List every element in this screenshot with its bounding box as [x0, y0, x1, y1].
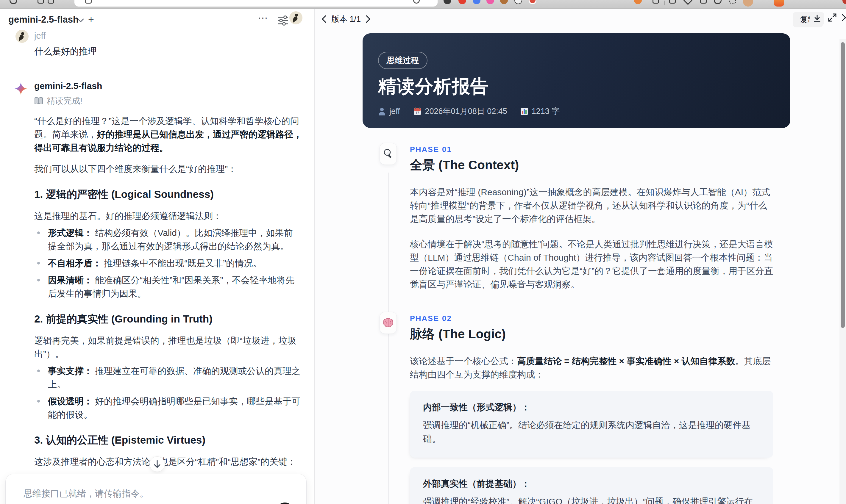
- close-panel-button[interactable]: [841, 13, 846, 23]
- profile-avatar[interactable]: [743, 0, 753, 6]
- chevron-left-icon[interactable]: [321, 15, 327, 23]
- status-text: 精读完成!: [47, 95, 83, 107]
- phase-kicker: PHASE 02: [410, 314, 846, 323]
- edge-icon: [842, 0, 846, 4]
- phase-lead-bold: 高质量结论 = 结构完整性 × 事实准确性 × 认知自律系数: [517, 356, 735, 366]
- apps-grid-icon[interactable]: [37, 0, 44, 4]
- bullet-term: 假设透明：: [48, 396, 95, 406]
- section-intro: 这涉及推理者的心态和方法论，也是区分“杠精”和“思想家”的关键：: [34, 455, 304, 468]
- browser-toolbar: [0, 0, 846, 9]
- calendar-icon: 17: [413, 107, 422, 115]
- section-heading: 1. 逻辑的严密性 (Logical Soundness): [34, 187, 304, 201]
- hero-badge: 思维过程: [378, 52, 427, 69]
- expand-icon: [827, 13, 838, 23]
- report-hero-card: 思维过程 精读分析报告 jeff 17 2026年01月08日 02:45 12…: [363, 33, 790, 128]
- version-label: 版本 1/1: [331, 14, 361, 24]
- window-icon[interactable]: [700, 0, 707, 4]
- address-bar[interactable]: [74, 0, 438, 6]
- chevron-right-icon[interactable]: [366, 15, 371, 23]
- chat-panel: gemini-2.5-flash + ⋯ jeff 什么是好的推理: [0, 9, 314, 504]
- section-intro: 这是推理的基石。好的推理必须遵循逻辑法则：: [34, 209, 304, 222]
- extension-icon[interactable]: [473, 0, 480, 4]
- new-chat-button[interactable]: +: [88, 14, 94, 25]
- bar-chart-icon: [520, 107, 528, 115]
- bullet-term: 因果清晰：: [48, 275, 95, 285]
- play-icon[interactable]: [683, 0, 692, 5]
- download-icon: [813, 15, 821, 23]
- bullet-term: 形式逻辑：: [48, 228, 95, 238]
- author-meta: jeff: [378, 107, 400, 116]
- bullet-item: 形式逻辑： 结构必须有效（Valid）。比如演绎推理中，如果前提全部为真，那么通…: [34, 226, 301, 253]
- bullet-item: 事实支撑： 推理建立在可靠的数据、准确的观测或公认的真理之上。: [34, 364, 301, 391]
- chat-header: gemini-2.5-flash + ⋯: [0, 9, 314, 29]
- apps-grid-icon[interactable]: [48, 0, 54, 4]
- logic-card-body: 强调推理的“机械正确”。结论必须在给定的规则系统内逻辑自洽，这是推理的硬件基础。: [423, 418, 760, 446]
- magnifier-icon: [380, 143, 397, 165]
- logic-card: 内部一致性（形式逻辑）：强调推理的“机械正确”。结论必须在给定的规则系统内逻辑自…: [410, 391, 773, 457]
- user-avatar: [16, 30, 29, 43]
- phase-title: 脉络 (The Logic): [410, 326, 846, 342]
- bullet-term: 不自相矛盾：: [48, 258, 104, 268]
- phase-1: PHASE 01全景 (The Context)本内容是对“推理 (Reason…: [410, 145, 846, 291]
- scroll-to-bottom-button[interactable]: [149, 456, 165, 472]
- app-window: gemini-2.5-flash + ⋯ jeff 什么是好的推理: [0, 0, 846, 504]
- close-icon: [841, 13, 846, 22]
- extension-icon[interactable]: [458, 0, 466, 4]
- composer-placeholder[interactable]: 思维接口已就绪，请传输指令。: [23, 488, 148, 500]
- assistant-name: gemini-2.5-flash: [34, 81, 298, 91]
- bullet-list: 形式逻辑： 结构必须有效（Valid）。比如演绎推理中，如果前提全部为真，那么通…: [34, 226, 301, 300]
- more-options-button[interactable]: ⋯: [258, 12, 269, 24]
- extension-icon[interactable]: [500, 0, 508, 4]
- message-composer[interactable]: 思维接口已就绪，请传输指令。: [5, 474, 306, 504]
- split-view-icon[interactable]: [669, 0, 676, 4]
- bullet-item: 不自相矛盾： 推理链条中不能出现“既是又非”的情况。: [34, 256, 301, 270]
- report-title: 精读分析报告: [378, 74, 489, 99]
- section-heading: 3. 认知的公正性 (Epistemic Virtues): [34, 433, 304, 447]
- reload-icon[interactable]: [10, 0, 17, 4]
- voice-input-button[interactable]: [276, 503, 294, 504]
- svg-text:17: 17: [415, 111, 419, 114]
- extension-icon[interactable]: [514, 0, 522, 4]
- artifact-document[interactable]: 思维过程 精读分析报告 jeff 17 2026年01月08日 02:45 12…: [315, 29, 846, 504]
- extension-icon[interactable]: [443, 0, 451, 4]
- logic-card-title: 外部真实性（前提基础）：: [423, 478, 760, 490]
- arrow-down-icon: [153, 460, 161, 468]
- section-intro: 逻辑再完美，如果前提是错误的，推理也是垃圾（即“垃圾进，垃圾出”）。: [34, 334, 304, 361]
- phase-paragraph: 核心情境在于解决“思考的随意性”问题。不论是人类通过批判性思维进行决策，还是大语…: [410, 237, 775, 291]
- assistant-message: gemini-2.5-flash 精读完成! “什么是好的推理？”这是一个涉及逻…: [0, 81, 314, 504]
- phase-paragraph: 本内容是对“推理 (Reasoning)”这一抽象概念的高层建模。在知识爆炸与人…: [410, 185, 775, 226]
- open-book-icon: [34, 97, 43, 105]
- logic-card: 外部真实性（前提基础）：强调推理的“经验校准”。解决“GIGO（垃圾进，垃圾出）…: [410, 467, 773, 504]
- more-apps-icon[interactable]: [729, 0, 736, 4]
- tune-settings-icon[interactable]: [278, 16, 289, 25]
- fullscreen-button[interactable]: [827, 13, 838, 24]
- phase-kicker: PHASE 01: [410, 145, 846, 154]
- word-count-meta: 1213 字: [520, 106, 560, 116]
- logic-card-title: 内部一致性（形式逻辑）：: [423, 401, 760, 414]
- extension-icon[interactable]: [634, 0, 642, 4]
- logic-card-body: 强调推理的“经验校准”。解决“GIGO（垃圾进，垃圾出）”问题，确保推理引擎运行…: [423, 495, 760, 504]
- artifact-panel: 版本 1/1 复制 思维过程 精读分析报告: [315, 9, 846, 504]
- phase-2: PHASE 02脉络 (The Logic)该论述基于一个核心公式：高质量结论 …: [410, 314, 846, 504]
- gemini-star-icon: [14, 82, 28, 96]
- extension-icon[interactable]: [529, 0, 536, 4]
- bullet-text: 推理链条中不能出现“既是又非”的情况。: [104, 258, 262, 268]
- user-avatar[interactable]: [289, 11, 302, 24]
- chat-scroll-area[interactable]: jeff 什么是好的推理 gemini-2.5-flash: [0, 29, 314, 504]
- user-message-text: 什么是好的推理: [34, 46, 298, 58]
- author-name: jeff: [34, 29, 298, 41]
- extension-icon[interactable]: [487, 0, 494, 4]
- download-button[interactable]: [810, 12, 824, 25]
- phase-timeline: PHASE 01全景 (The Context)本内容是对“推理 (Reason…: [315, 145, 846, 504]
- user-message: jeff 什么是好的推理: [0, 29, 314, 58]
- browser-menu-icon[interactable]: [774, 0, 784, 6]
- model-selector[interactable]: gemini-2.5-flash: [8, 14, 78, 25]
- status-line: 精读完成!: [34, 95, 298, 107]
- assistant-lead: 我们可以从以下四个维度来衡量什么是“好的推理”：: [34, 162, 304, 176]
- chevron-down-icon[interactable]: [77, 18, 85, 23]
- history-icon[interactable]: [714, 0, 722, 4]
- site-icon: [85, 0, 92, 4]
- brain-icon: [380, 312, 397, 334]
- phase-title: 全景 (The Context): [410, 157, 846, 174]
- grid-icon[interactable]: [653, 0, 659, 4]
